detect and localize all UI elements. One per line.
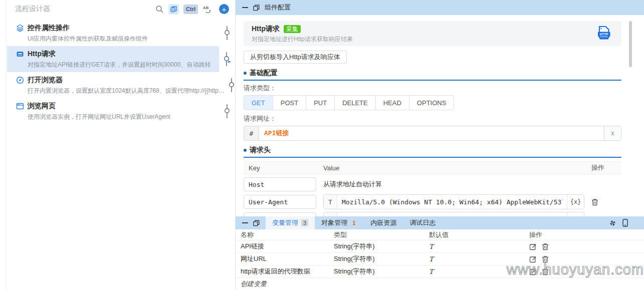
- node-anchor-icon[interactable]: [223, 104, 231, 118]
- variable-name: 网址URL: [236, 254, 334, 263]
- edit-icon[interactable]: [529, 243, 537, 250]
- delete-icon[interactable]: [542, 255, 549, 263]
- restore-window-icon[interactable]: [253, 220, 260, 226]
- http-icon: [16, 50, 24, 58]
- mobile-icon[interactable]: [622, 219, 628, 227]
- tab-object-management[interactable]: 对象管理 1: [315, 216, 364, 229]
- url-clear-button[interactable]: x: [604, 126, 621, 140]
- node-anchor-active-icon[interactable]: [223, 52, 232, 66]
- import-from-clipboard-button[interactable]: 从剪切板导入Http请求及响应体: [244, 51, 347, 64]
- browser-icon: [16, 102, 24, 110]
- variable-type: String(字符串): [334, 242, 429, 251]
- sidebar-title: 流程设计器: [15, 5, 155, 14]
- insert-variable-button[interactable]: [567, 212, 584, 216]
- sidebar-header: 流程设计器 Ctrl AB +: [7, 0, 235, 18]
- flow-item-open-browser[interactable]: 打开浏览器 打开内置浏览器，设置默认宽度1024默认高度768、设置代理http…: [7, 72, 228, 98]
- url-variable-prefix[interactable]: #: [244, 126, 259, 140]
- header-key-input[interactable]: [244, 177, 316, 191]
- variable-type: String(字符串): [334, 254, 429, 263]
- section-bullet-icon: [244, 72, 247, 75]
- config-body: Http请求 采集 对指定地址进行Http请求获取响应结果 HTTP 从剪切板导…: [236, 15, 644, 216]
- col-type: 类型: [334, 230, 429, 239]
- flow-item-title: 浏览网页: [28, 102, 56, 111]
- request-url-group: # x: [244, 126, 621, 141]
- delete-icon[interactable]: [542, 243, 549, 250]
- method-put-button[interactable]: PUT: [306, 95, 335, 110]
- header-row-user-agent: T {x}: [244, 194, 621, 209]
- value-type-toggle[interactable]: [324, 212, 337, 216]
- method-options-button[interactable]: OPTIONS: [409, 95, 455, 110]
- flow-item-desc: 使用浏览器实例，打开网址网址URL并设置UserAgent: [28, 112, 216, 122]
- node-anchor-icon[interactable]: [228, 78, 236, 92]
- header-value-input[interactable]: [337, 212, 567, 216]
- request-url-label: 请求网址：: [244, 115, 621, 122]
- header-key-input[interactable]: [244, 212, 316, 216]
- vertical-scrollbar-thumb[interactable]: [629, 21, 632, 67]
- layers-icon: [16, 24, 24, 32]
- header-row-host: 从请求地址自动计算: [244, 177, 621, 192]
- method-get-button[interactable]: GET: [244, 95, 273, 110]
- header-value-auto: 从请求地址自动计算: [323, 180, 382, 189]
- request-headers-section-header: 请求头: [244, 146, 621, 158]
- http-file-icon: HTTP: [594, 25, 613, 42]
- request-url-input[interactable]: [259, 126, 604, 140]
- header-row-partial: [244, 212, 621, 216]
- method-post-button[interactable]: POST: [273, 95, 306, 110]
- flow-item-title: Http请求: [28, 50, 56, 59]
- compass-icon: [16, 76, 24, 84]
- minimize-icon[interactable]: [242, 7, 248, 8]
- create-variable-link[interactable]: 创建变量: [236, 278, 644, 290]
- component-title: Http请求: [252, 25, 280, 34]
- method-head-button[interactable]: HEAD: [376, 95, 409, 110]
- tab-embedded-resources[interactable]: 内嵌资源: [364, 216, 403, 229]
- variable-name: API链接: [236, 242, 334, 251]
- svg-text:AB: AB: [203, 6, 209, 10]
- method-delete-button[interactable]: DELETE: [335, 95, 376, 110]
- header-key-input[interactable]: [244, 195, 316, 209]
- value-type-toggle[interactable]: T: [324, 195, 337, 209]
- variable-default: T: [429, 268, 529, 275]
- flow-item-desc: UI应用内窗体控件属性的获取及赋值操作组件: [28, 34, 216, 44]
- flow-item-browse-page[interactable]: 浏览网页 使用浏览器实例，打开网址网址URL并设置UserAgent: [7, 98, 219, 124]
- col-actions: 操作: [529, 230, 644, 239]
- headers-table-header: Key Value 操作: [244, 161, 621, 174]
- component-card: Http请求 采集 对指定地址进行Http请求获取响应结果 HTTP: [244, 21, 621, 46]
- bottom-panel-header: 变量管理 3 对象管理 1 内嵌资源 调试日志: [236, 216, 644, 229]
- tab-count-badge: 3: [301, 219, 308, 226]
- config-panel: 组件配置 Http请求 采集 对指定地址进行Http请求获取响应结果 HTTP …: [236, 0, 644, 290]
- delete-icon[interactable]: [542, 268, 549, 275]
- method-button-group: GET POST PUT DELETE HEAD OPTIONS: [244, 95, 454, 110]
- flow-item-control-props[interactable]: 控件属性操作 UI应用内窗体控件属性的获取及赋值操作组件: [7, 20, 219, 46]
- col-key: Key: [244, 164, 323, 172]
- col-default: 默认值: [429, 230, 529, 239]
- panel-title: 组件配置: [265, 3, 291, 12]
- header-value-input[interactable]: [337, 195, 567, 209]
- flow-sidebar: 流程设计器 Ctrl AB +: [0, 0, 236, 290]
- flow-item-desc: 打开内置浏览器，设置默认宽度1024默认高度768、设置代理http://{{h…: [28, 86, 225, 96]
- rename-icon[interactable]: AB: [202, 5, 212, 14]
- variable-row: API链接 String(字符串) T: [236, 240, 644, 253]
- flow-item-title: 打开浏览器: [28, 76, 63, 85]
- minimize-icon[interactable]: [242, 222, 248, 223]
- sidebar-gutter: [0, 0, 7, 290]
- tab-debug-log[interactable]: 调试日志: [403, 216, 442, 229]
- restore-window-icon[interactable]: [253, 5, 260, 11]
- windows-icon[interactable]: [609, 219, 616, 227]
- tab-variable-management[interactable]: 变量管理 3: [266, 216, 315, 229]
- search-icon[interactable]: [155, 5, 164, 14]
- ctrl-badge[interactable]: Ctrl: [183, 5, 198, 14]
- flow-list: 控件属性操作 UI应用内窗体控件属性的获取及赋值操作组件: [7, 18, 235, 124]
- add-button[interactable]: +: [219, 4, 229, 14]
- variable-row: http请求返回的代理数据 String(字符串) T: [236, 265, 644, 278]
- copy-icon[interactable]: [168, 4, 179, 15]
- component-desc: 对指定地址进行Http请求获取响应结果: [252, 35, 594, 44]
- edit-icon[interactable]: [529, 255, 537, 263]
- collect-badge: 采集: [284, 25, 301, 33]
- flow-item-http-request[interactable]: Http请求 对指定地址API链接进行GET请求，并设置超时时间30000、自动…: [7, 46, 219, 72]
- tab-count-badge: 1: [350, 219, 357, 226]
- delete-icon[interactable]: [591, 198, 598, 206]
- insert-variable-button[interactable]: {x}: [567, 195, 584, 209]
- node-anchor-icon[interactable]: [223, 26, 231, 40]
- edit-icon[interactable]: [529, 268, 537, 275]
- variable-row: 网址URL String(字符串) T: [236, 253, 644, 265]
